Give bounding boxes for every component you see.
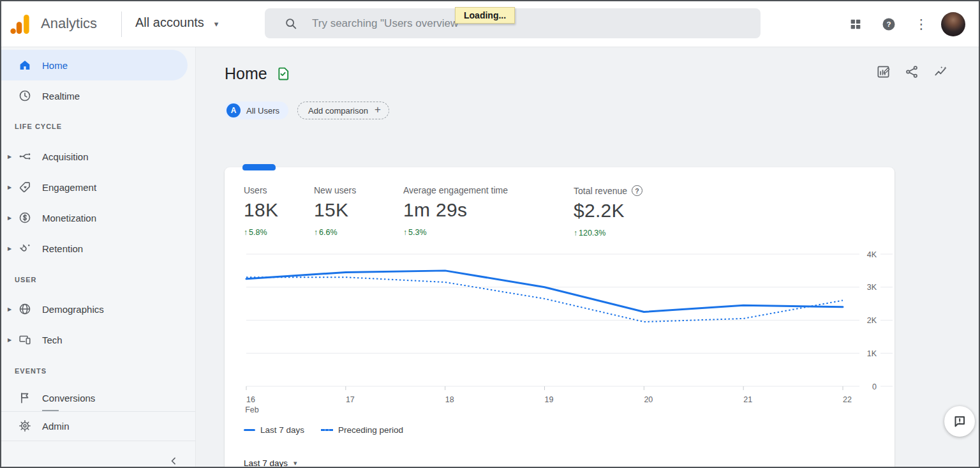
sidebar-item-home[interactable]: Home [1,50,188,80]
legend-dashed-line-swatch [321,429,333,431]
page-title: Home [225,64,267,83]
svg-text:?: ? [886,20,891,28]
expand-arrow-icon[interactable]: ▶ [6,154,13,160]
add-comparison-button[interactable]: Add comparison + [297,102,389,119]
sidebar-item-acquisition[interactable]: ▶ Acquisition [1,141,195,172]
analytics-app: Analytics All accounts ▾ Loading... ? [1,1,979,467]
section-header-events: EVENTS [15,367,47,375]
expand-arrow-icon[interactable]: ▶ [6,306,13,312]
sidebar-item-retention[interactable]: ▶ Retention [1,233,195,264]
analytics-logo-icon[interactable] [9,13,31,35]
top-app-bar: Analytics All accounts ▾ Loading... ? [1,1,979,47]
svg-text:22: 22 [843,395,852,404]
svg-text:21: 21 [743,395,752,404]
sidebar-item-label: Engagement [42,182,96,193]
chart-legend: Last 7 days Preceding period [244,425,403,435]
sidebar-item-label: Acquisition [42,151,89,162]
all-users-chip[interactable]: A All Users [225,102,288,119]
retention-magnet-icon [18,241,32,255]
sidebar-item-realtime[interactable]: Realtime [1,80,195,111]
scorecard-users[interactable]: Users 18K ↑5.8% [244,185,278,237]
active-tab-indicator[interactable] [242,164,276,170]
sidebar-item-label: Monetization [42,213,96,223]
legend-solid-line-swatch [244,429,255,431]
report-action-bar [876,64,948,79]
clock-icon [18,89,32,103]
svg-text:4K: 4K [867,250,877,259]
topbar-divider [121,11,122,37]
chevron-left-icon [167,455,180,467]
feedback-button[interactable] [944,406,975,437]
admin-gear-icon [18,419,32,433]
expand-arrow-icon[interactable]: ▶ [6,185,13,190]
browser-window: Analytics All accounts ▾ Loading... ? [0,0,980,468]
monetization-dollar-icon [18,211,32,225]
legend-item-current: Last 7 days [244,425,304,435]
up-arrow-icon: ↑ [244,228,248,237]
sidebar-item-monetization[interactable]: ▶ Monetization [1,202,195,233]
report-check-icon [276,66,290,81]
sidebar-nav: Home Realtime LIFE CYCLE ▶ Acq [1,47,196,467]
collapse-sidebar-button[interactable] [162,449,185,468]
card-footer: Last 7 days ▾ [225,451,895,467]
sidebar-item-label: Realtime [42,91,80,102]
sidebar-item-label: Admin [42,421,70,432]
sidebar-item-conversions[interactable]: Conversions [1,384,195,411]
plus-icon: + [375,103,381,116]
svg-text:2K: 2K [867,316,877,325]
insights-icon[interactable] [933,64,948,79]
section-header-user: USER [15,276,37,283]
comparison-badge: A [226,103,241,117]
comparison-label: All Users [246,106,279,116]
main-content: Home [196,47,979,467]
svg-text:1K: 1K [867,349,877,358]
svg-text:18: 18 [445,395,454,404]
feedback-bubble-icon [952,414,967,429]
revenue-help-icon[interactable]: ? [632,185,642,196]
sidebar-item-label: Retention [42,243,83,254]
engagement-tag-icon [18,180,32,194]
scorecard-new-users[interactable]: New users 15K ↑6.6% [314,185,356,237]
sidebar-item-label: Demographics [42,304,104,315]
up-arrow-icon: ↑ [403,228,407,237]
expand-arrow-icon[interactable]: ▶ [6,246,13,252]
legend-item-preceding: Preceding period [321,425,403,435]
avatar[interactable] [941,12,965,36]
demographics-globe-icon [18,302,32,316]
sidebar-divider [1,411,195,412]
diagnostics-grid-icon[interactable] [849,17,863,31]
svg-text:19: 19 [545,395,554,404]
caret-down-icon: ▾ [214,19,219,29]
sidebar-divider [1,441,195,441]
customize-report-icon[interactable] [876,64,891,79]
kebab-menu-icon[interactable]: ⋮ [915,17,928,32]
sidebar-item-admin[interactable]: Admin [1,412,195,439]
up-arrow-icon: ↑ [314,228,318,237]
caret-down-icon: ▾ [293,459,297,467]
share-icon[interactable] [905,64,919,79]
home-icon [18,58,32,72]
sidebar-item-tech[interactable]: ▶ Tech [1,324,195,355]
product-name: Analytics [41,15,97,32]
svg-text:16: 16 [246,395,255,404]
sidebar-item-label: Home [42,60,68,71]
svg-text:3K: 3K [867,283,877,292]
scorecard-total-revenue[interactable]: Total revenue ? $2.2K ↑120.3% [574,185,642,238]
up-arrow-icon: ↑ [574,229,577,238]
overview-card: Users 18K ↑5.8% New users 15K ↑6.6% Aver… [225,167,895,467]
account-selector[interactable]: All accounts ▾ [135,15,218,30]
svg-text:17: 17 [346,395,355,404]
loading-tooltip: Loading... [455,7,515,24]
expand-arrow-icon[interactable]: ▶ [6,337,13,343]
help-icon[interactable]: ? [881,17,896,32]
svg-text:20: 20 [644,395,653,404]
trend-line-chart[interactable]: 01K2K3K4K16Feb171819202122 [225,248,893,418]
sidebar-item-demographics[interactable]: ▶ Demographics [1,294,195,324]
date-range-selector[interactable]: Last 7 days ▾ [244,458,297,467]
section-header-life-cycle: LIFE CYCLE [15,123,62,130]
acquisition-icon [18,149,32,163]
sidebar-item-engagement[interactable]: ▶ Engagement [1,172,195,202]
search-input[interactable] [312,17,761,30]
expand-arrow-icon[interactable]: ▶ [6,215,13,221]
scorecard-avg-engagement-time[interactable]: Average engagement time 1m 29s ↑5.3% [403,185,508,237]
